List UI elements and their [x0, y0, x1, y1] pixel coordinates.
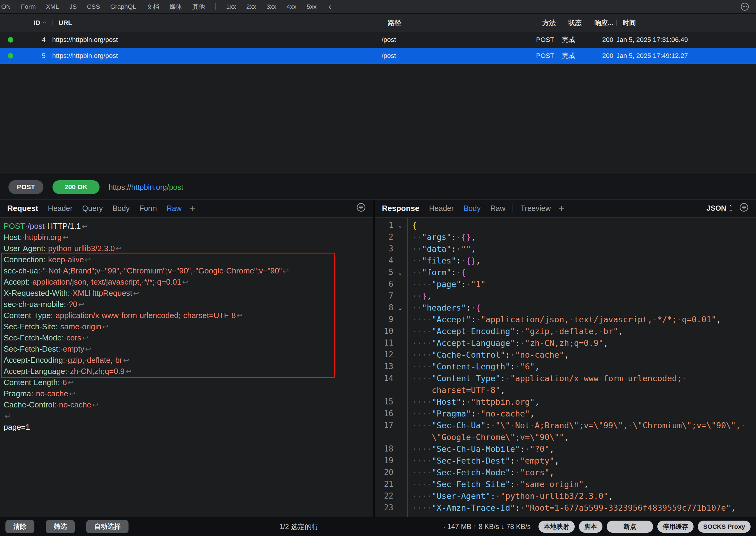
row-response-code: 200 [593, 36, 613, 44]
indent-dots: ···· [412, 325, 432, 337]
collapse-chevron-icon[interactable]: ⌄ [394, 219, 407, 231]
filter-tab-GraphQL[interactable]: GraphQL [110, 3, 136, 10]
filter-tab-2xx[interactable]: 2xx [246, 3, 256, 10]
request-line: Content-Type:·application/x-www-form-url… [4, 310, 373, 321]
column-method[interactable]: 方法 [536, 18, 562, 27]
table-row[interactable]: 4https://httpbin.org/post/postPOST完成200J… [0, 32, 756, 48]
column-response[interactable]: 响应... [593, 18, 613, 27]
response-format-select[interactable]: JSON ⌃⌄ [707, 204, 733, 213]
response-line: 12····"Cache-Control":·"no-cache", [375, 349, 756, 361]
chevron-spacer [394, 278, 407, 290]
chevron-spacer [394, 443, 407, 455]
chevron-spacer [394, 455, 407, 467]
return-icon: ↩ [82, 222, 88, 230]
request-tab-query[interactable]: Query [82, 204, 103, 213]
request-line: Sec-Fetch-Site:·same-origin↩ [4, 321, 373, 332]
filter-tab-文档[interactable]: 文档 [146, 2, 159, 11]
table-row[interactable]: 5https://httpbin.org/post/postPOST完成200J… [0, 48, 756, 64]
response-tab-bar: Response HeaderBodyRawTreeview + JSON ⌃⌄ [375, 199, 756, 218]
line-number: 12 [375, 349, 394, 361]
row-path: /post [382, 52, 536, 60]
response-line: 3··"data":·"", [375, 243, 756, 255]
chevron-spacer [394, 314, 407, 325]
filter-tab-媒体[interactable]: 媒体 [170, 2, 182, 11]
line-number: 23 [375, 502, 394, 514]
indent-dots: ···· [412, 467, 432, 478]
add-response-tab-button[interactable]: + [559, 203, 564, 214]
request-tab-form[interactable]: Form [140, 204, 157, 213]
column-path[interactable]: 路径 [382, 18, 536, 27]
row-status: 完成 [562, 51, 593, 60]
row-status-dot-cell [0, 53, 19, 58]
column-url[interactable]: URL [52, 19, 382, 27]
line-number: 9 [375, 314, 394, 325]
toggle-断点[interactable]: 断点 [607, 520, 653, 533]
response-tab-raw[interactable]: Raw [490, 204, 505, 213]
response-line: 5⌄··"form":·{ [375, 266, 756, 278]
footer-button-清除[interactable]: 清除 [5, 520, 34, 533]
line-number: 14 [375, 372, 394, 396]
toggle-停用缓存[interactable]: 停用缓存 [657, 520, 694, 533]
response-tab-header[interactable]: Header [429, 204, 454, 213]
column-time[interactable]: 时间 [613, 18, 756, 27]
code-content: ··"headers":·{ [407, 302, 756, 314]
row-time: Jan 5, 2025 17:31:06.49 [613, 36, 756, 44]
request-line: Connection:·keep-alive↩ [4, 254, 373, 265]
row-id: 4 [19, 36, 52, 44]
add-request-tab-button[interactable]: + [189, 203, 195, 214]
toggle-SOCKS Proxy[interactable]: SOCKS Proxy [698, 520, 751, 533]
code-content: ····"page":·"1" [407, 278, 756, 290]
filter-tab-ON[interactable]: ON [1, 3, 11, 10]
filter-tab-4xx[interactable]: 4xx [287, 3, 297, 10]
column-status[interactable]: 状态 [562, 18, 593, 27]
response-tab-treeview[interactable]: Treeview [520, 204, 551, 213]
toggle-脚本[interactable]: 脚本 [579, 520, 602, 533]
code-content: ····"Content-Type":·"application/x-www-f… [407, 372, 756, 396]
filter-tab-其他[interactable]: 其他 [193, 2, 205, 11]
request-tab-body[interactable]: Body [112, 204, 130, 213]
column-id[interactable]: ID ^ [19, 19, 52, 27]
line-number: 20 [375, 467, 394, 478]
filter-tab-Form[interactable]: Form [21, 3, 36, 10]
code-content: ··"files":·{}, [407, 255, 756, 266]
request-filter-icon[interactable] [356, 203, 366, 214]
indent-dots: ···· [412, 443, 432, 455]
return-icon: ↩ [92, 401, 98, 409]
code-content: ····"Cache-Control":·"no-cache", [407, 349, 756, 361]
status-dot-icon [8, 37, 13, 43]
footer-button-筛选[interactable]: 筛选 [46, 520, 75, 533]
collapse-chevron-icon[interactable]: ⌄ [394, 302, 407, 314]
filter-tab-1xx[interactable]: 1xx [226, 3, 236, 10]
filter-tab-5xx[interactable]: 5xx [307, 3, 317, 10]
chevron-spacer [394, 349, 407, 361]
code-content: ····"User-Agent":·"python-urllib3/2.3.0"… [407, 490, 756, 502]
filter-tab-XML[interactable]: XML [46, 3, 59, 10]
chevron-spacer [394, 255, 407, 266]
response-line: 20····"Sec-Fetch-Mode":·"cors", [375, 467, 756, 478]
indent-dots: ·· [412, 302, 422, 314]
http-proxy-app: ONFormXMLJSCSSGraphQL文档媒体其他 1xx2xx3xx4xx… [0, 0, 756, 536]
indent-dots: ·· [412, 231, 422, 243]
collapse-chevron-icon[interactable]: ⌄ [394, 266, 407, 278]
line-number: 13 [375, 361, 394, 372]
request-line: Cache-Control:·no-cache↩ [4, 399, 373, 411]
response-tab-body[interactable]: Body [463, 204, 481, 213]
request-tab-raw[interactable]: Raw [167, 204, 182, 213]
request-raw-view: POST·/post·HTTP/1.1↩Host:·httpbin.org↩Us… [0, 218, 373, 517]
response-line: 6····"page":·"1" [375, 278, 756, 290]
filter-tab-3xx[interactable]: 3xx [267, 3, 276, 10]
chevron-spacer [394, 478, 407, 490]
row-method: POST [536, 52, 562, 60]
request-tab-header[interactable]: Header [48, 204, 73, 213]
return-icon: ↩ [85, 256, 91, 264]
filter-tab-JS[interactable]: JS [69, 3, 77, 10]
more-menu-icon[interactable] [740, 2, 749, 11]
toggle-本地映射[interactable]: 本地映射 [539, 520, 575, 533]
footer-button-自动选择[interactable]: 自动选择 [86, 520, 129, 533]
collapse-filters-chevron-icon[interactable]: ‹ [329, 2, 331, 11]
code-content: ··"form":·{ [407, 266, 756, 278]
line-number: 6 [375, 278, 394, 290]
response-filter-icon[interactable] [739, 203, 749, 214]
request-line: ↩ [4, 411, 373, 421]
filter-tab-CSS[interactable]: CSS [87, 3, 100, 10]
